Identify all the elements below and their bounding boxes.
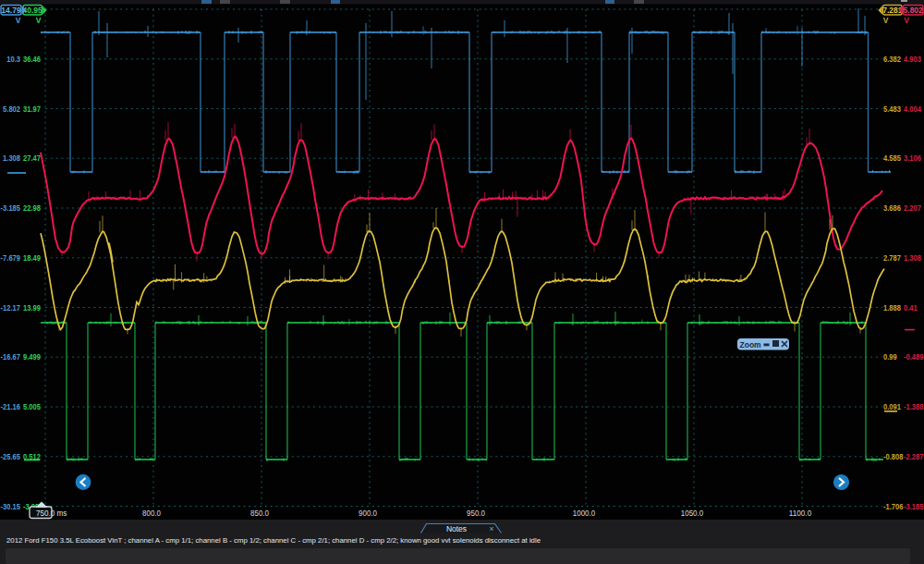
svg-text:-1.388: -1.388 <box>904 402 923 411</box>
svg-text:-7.679: -7.679 <box>1 253 20 263</box>
svg-text:9.499: 9.499 <box>23 352 41 362</box>
svg-text:V: V <box>36 16 42 25</box>
svg-text:22.98: 22.98 <box>23 203 41 213</box>
svg-text:-0.808: -0.808 <box>883 452 903 461</box>
svg-text:3.686: 3.686 <box>883 203 901 213</box>
svg-text:-25.65: -25.65 <box>1 452 20 461</box>
svg-text:V: V <box>883 16 889 25</box>
svg-text:1.308: 1.308 <box>3 153 20 163</box>
svg-text:10.3: 10.3 <box>6 55 20 64</box>
svg-text:0.091: 0.091 <box>883 402 901 411</box>
svg-text:×: × <box>490 524 494 533</box>
svg-text:0.41: 0.41 <box>904 303 918 313</box>
svg-text:V: V <box>16 16 21 25</box>
svg-text:14.79: 14.79 <box>1 6 21 15</box>
svg-text:6.382: 6.382 <box>883 55 901 64</box>
svg-text:-16.67: -16.67 <box>1 352 20 362</box>
svg-text:-12.17: -12.17 <box>1 303 20 313</box>
svg-text:31.97: 31.97 <box>23 104 41 114</box>
svg-text:800.0: 800.0 <box>142 508 161 518</box>
svg-text:13.99: 13.99 <box>23 303 41 313</box>
svg-text:5.483: 5.483 <box>883 104 901 114</box>
svg-text:4.004: 4.004 <box>904 104 921 114</box>
svg-text:1100.0: 1100.0 <box>789 508 811 518</box>
svg-text:1.888: 1.888 <box>883 303 901 313</box>
svg-text:-2.287: -2.287 <box>904 452 923 461</box>
svg-text:-0.489: -0.489 <box>904 352 923 362</box>
svg-text:3.106: 3.106 <box>904 153 921 163</box>
svg-text:4.903: 4.903 <box>904 55 921 64</box>
svg-text:5.802: 5.802 <box>3 104 20 114</box>
svg-text:18.49: 18.49 <box>23 253 41 263</box>
svg-text:5.005: 5.005 <box>23 402 41 411</box>
svg-text:850.0: 850.0 <box>250 508 269 518</box>
svg-text:950.0: 950.0 <box>467 508 485 518</box>
svg-text:0.512: 0.512 <box>23 452 41 461</box>
svg-text:-1.706: -1.706 <box>883 502 903 511</box>
svg-text:36.46: 36.46 <box>23 55 41 64</box>
svg-text:-3.185: -3.185 <box>904 502 923 511</box>
svg-text:2012 Ford F150 3.5L Ecoboost V: 2012 Ford F150 3.5L Ecoboost VinT ; chan… <box>6 536 541 545</box>
svg-text:0.99: 0.99 <box>883 352 897 362</box>
svg-text:-21.16: -21.16 <box>1 402 20 411</box>
svg-text:V: V <box>904 16 909 25</box>
svg-text:5.802: 5.802 <box>904 6 924 15</box>
svg-text:-30.15: -30.15 <box>1 502 20 511</box>
svg-text:4.585: 4.585 <box>883 153 901 163</box>
svg-text:Zoom: Zoom <box>740 340 762 349</box>
svg-text:1.308: 1.308 <box>904 253 921 263</box>
svg-text:2.787: 2.787 <box>883 253 901 263</box>
svg-text:-3.185: -3.185 <box>1 203 20 213</box>
svg-text:1000.0: 1000.0 <box>573 508 595 518</box>
svg-text:1050.0: 1050.0 <box>681 508 703 518</box>
svg-text:Notes: Notes <box>446 524 467 533</box>
svg-text:900.0: 900.0 <box>359 508 377 518</box>
svg-text:2.207: 2.207 <box>904 203 921 213</box>
svg-text:27.47: 27.47 <box>23 153 41 163</box>
